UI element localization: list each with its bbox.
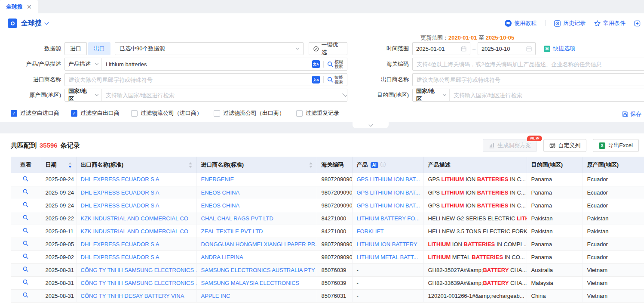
collapse-form-button[interactable] bbox=[353, 122, 389, 128]
view-detail-button[interactable] bbox=[23, 254, 28, 260]
destination-country-select[interactable]: 国家/地区 bbox=[413, 89, 450, 101]
filter-checkbox[interactable]: 过滤重复记录 bbox=[296, 109, 339, 117]
quick-options-button[interactable]: ⌘ 快捷选项 bbox=[544, 45, 575, 53]
checkbox-icon[interactable] bbox=[131, 110, 138, 117]
chevron-down-icon[interactable] bbox=[45, 20, 49, 25]
exporter-link[interactable]: DHL EXPRESS ECUADOR S A bbox=[81, 241, 159, 247]
favorites-link[interactable]: 常用条件 bbox=[594, 19, 626, 27]
start-date-input[interactable] bbox=[416, 46, 452, 52]
importer-link[interactable]: SAMSUNG ELECTRONICS AUSTRALIA PTY bbox=[201, 267, 315, 273]
end-date-input[interactable] bbox=[481, 46, 518, 52]
one-click-optimize-button[interactable]: 一键优选 bbox=[309, 42, 347, 55]
table-row: 2025-08-31CÔNG TY TNHH DESAY BATTERY VIN… bbox=[11, 289, 644, 302]
exporter-link[interactable]: CÔNG TY TNHH SAMSUNG ELECTRONICS ... bbox=[81, 280, 197, 286]
fuzzy-search-button[interactable]: 模糊搜索 bbox=[327, 59, 344, 69]
view-detail-button[interactable] bbox=[23, 202, 28, 209]
exporter-link[interactable]: DHL EXPRESS ECUADOR S A bbox=[81, 202, 159, 209]
desc-text: GH82-33639A#&amp; bbox=[428, 280, 483, 286]
product-link[interactable]: FORKLIFT bbox=[357, 228, 384, 235]
view-detail-button[interactable] bbox=[23, 215, 28, 222]
translate-icon[interactable]: 文A bbox=[312, 60, 320, 68]
tutorial-link[interactable]: 使用教程 bbox=[505, 19, 537, 27]
sort-importer-button[interactable] bbox=[307, 162, 313, 168]
filter-checkbox[interactable]: ✓过滤空白出口商 bbox=[71, 109, 120, 117]
origin-country-select[interactable]: 国家/地区 bbox=[65, 89, 102, 101]
exporter-link[interactable]: KZK INDUSTRIAL AND COMMERCIAL CO bbox=[81, 228, 188, 235]
browser-tab[interactable]: 全球搜 ✕ bbox=[0, 0, 38, 13]
optimize-label: 一键优选 bbox=[321, 41, 343, 56]
view-detail-button[interactable] bbox=[23, 279, 28, 286]
product-link[interactable]: GPS LITHIUM ION BAT... bbox=[357, 176, 420, 182]
history-link[interactable]: 历史记录 bbox=[554, 19, 586, 27]
filter-checkbox[interactable]: 过滤物流公司（进口商） bbox=[131, 109, 202, 117]
export-label: 导出Excel bbox=[608, 142, 633, 149]
checkbox-icon[interactable]: ✓ bbox=[11, 110, 17, 117]
importer-link[interactable]: APPLE INC bbox=[201, 293, 230, 299]
exporter-input[interactable] bbox=[413, 77, 644, 83]
view-detail-button[interactable] bbox=[23, 241, 28, 247]
magnifier-icon bbox=[23, 266, 28, 272]
data-source-select[interactable]: 已选中90个数据源 bbox=[115, 42, 304, 55]
importer-link[interactable]: CHAL CHAL RAGS PVT LTD bbox=[201, 215, 273, 222]
importer-link[interactable]: ENEOS CHINA bbox=[201, 202, 240, 209]
importer-link[interactable]: DONGGUAN HONGMEI XIANGLI PAPER PR... bbox=[201, 241, 317, 247]
product-link[interactable]: GPS LITHIUM ION BAT... bbox=[357, 202, 420, 209]
importer-input[interactable] bbox=[65, 77, 312, 83]
product-link[interactable]: LITHIUM ION BATTERY bbox=[357, 241, 417, 247]
start-date-field[interactable] bbox=[412, 42, 470, 55]
view-detail-button[interactable] bbox=[23, 176, 28, 183]
product-input[interactable] bbox=[102, 61, 312, 68]
save-label: 保存 bbox=[630, 110, 641, 118]
sort-exporter-button[interactable] bbox=[186, 162, 192, 168]
export-toggle[interactable]: 出口 bbox=[88, 42, 110, 55]
app-header: 全球搜 使用教程 历史记录 常用条件 bbox=[0, 13, 644, 33]
export-excel-button[interactable]: X 导出Excel bbox=[593, 139, 639, 152]
importer-cell: ENEOS CHINA bbox=[196, 186, 317, 199]
product-link[interactable]: GPS LITHIUM ION BAT... bbox=[357, 189, 420, 196]
exporter-link[interactable]: CÔNG TY TNHH DESAY BATTERY VINA bbox=[81, 293, 184, 299]
checkbox-icon[interactable]: ✓ bbox=[71, 110, 77, 117]
filter-checkbox[interactable]: ✓过滤空白进口商 bbox=[11, 109, 59, 117]
view-detail-button[interactable] bbox=[23, 189, 28, 196]
view-detail-button[interactable] bbox=[23, 266, 28, 273]
customize-columns-button[interactable]: 自定义列 bbox=[543, 139, 586, 152]
info-icon[interactable]: ⓘ bbox=[380, 161, 386, 169]
desc-text: GPS bbox=[428, 202, 442, 209]
import-toggle[interactable]: 进口 bbox=[64, 42, 87, 55]
desc-highlight: BATTERY bbox=[483, 280, 509, 286]
exporter-link[interactable]: DHL EXPRESS ECUADOR S A bbox=[81, 254, 159, 260]
extra-nav-item-clipped[interactable] bbox=[634, 20, 641, 27]
exporter-link[interactable]: DHL EXPRESS ECUADOR S A bbox=[81, 189, 159, 196]
importer-link[interactable]: ENEOS CHINA bbox=[201, 189, 240, 196]
view-detail-button[interactable] bbox=[23, 292, 28, 299]
origin-country-input[interactable] bbox=[102, 92, 339, 99]
close-icon[interactable]: ✕ bbox=[27, 4, 32, 10]
exporter-link[interactable]: KZK INDUSTRIAL AND COMMERCIAL CO bbox=[81, 215, 188, 222]
product-type-select[interactable]: 产品描述 bbox=[65, 58, 102, 70]
checkbox-icon[interactable] bbox=[214, 110, 220, 117]
destination-label: 目的国(地区) bbox=[347, 91, 412, 99]
smart-search-button[interactable]: 智能搜索 bbox=[327, 75, 344, 84]
product-link[interactable]: LITHIUM BATTERY FO... bbox=[357, 215, 420, 222]
view-detail-button[interactable] bbox=[23, 228, 28, 235]
sort-date-button[interactable] bbox=[66, 162, 72, 168]
end-date-field[interactable] bbox=[478, 42, 536, 55]
filter-checkbox[interactable]: 过滤物流公司（出口商） bbox=[214, 109, 285, 117]
product-link[interactable]: LITHIUM METAL BATT... bbox=[357, 254, 418, 260]
importer-link[interactable]: ANDRA LIEPINA bbox=[201, 254, 243, 260]
exporter-link[interactable]: CÔNG TY TNHH SAMSUNG ELECTRONICS ... bbox=[81, 267, 197, 273]
exporter-link[interactable]: DHL EXPRESS ECUADOR S A bbox=[81, 176, 159, 182]
translate-icon[interactable]: 文A bbox=[312, 76, 320, 83]
save-button[interactable]: 保存 bbox=[622, 110, 641, 118]
generate-insight-button[interactable]: 生成洞察方案 NEW bbox=[483, 139, 537, 152]
exporter-cell: DHL EXPRESS ECUADOR S A bbox=[76, 250, 196, 263]
importer-link[interactable]: ENERGENIE bbox=[201, 176, 234, 182]
hs-code-cell: 9807209090 bbox=[317, 238, 352, 250]
destination-country-input[interactable] bbox=[450, 92, 644, 99]
exporter-cell: DHL EXPRESS ECUADOR S A bbox=[76, 199, 196, 212]
hs-code-input[interactable] bbox=[413, 61, 644, 68]
checkbox-icon[interactable] bbox=[296, 110, 303, 117]
importer-link[interactable]: ZEAL TEXTILE PVT LTD bbox=[201, 228, 263, 235]
importer-link[interactable]: SAMSUNG MALAYSIA ELECTRONICS bbox=[201, 280, 300, 286]
exporter-cell: DHL EXPRESS ECUADOR S A bbox=[76, 173, 196, 186]
